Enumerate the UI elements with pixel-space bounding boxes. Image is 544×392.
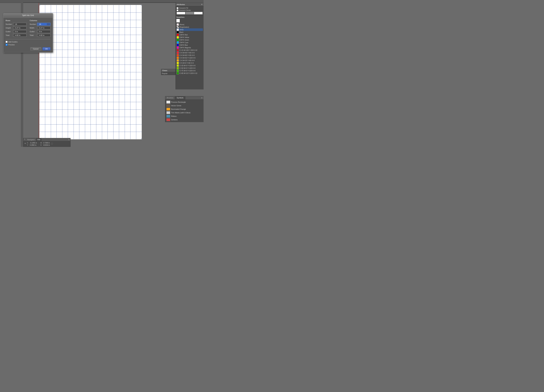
swatch-color-15 [177, 62, 179, 64]
rows-total-input[interactable]: ▲ ▼ [13, 34, 26, 37]
swatch-name-16: C=20 M=0 Y=100 K=0 [179, 65, 195, 66]
rows-number-input[interactable]: ▲ ▼ [13, 23, 26, 26]
brushes-tab[interactable]: Brushes [165, 96, 175, 99]
nav-y-label: Y: [27, 144, 29, 146]
swatch-color-10 [177, 49, 179, 51]
cols-width-input[interactable]: ▲ ▼ [37, 26, 50, 29]
rows-gutter-input[interactable]: ▲ ▼ [13, 30, 26, 33]
rows-height-input[interactable]: ▲ ▼ [13, 26, 26, 29]
swatch-row[interactable]: CMYK Magenta [176, 46, 203, 49]
swatch-row[interactable]: C=0 M=50 Y=100 K=0 [176, 57, 203, 59]
cols-gutter-up[interactable]: ▲ [37, 30, 39, 32]
symbol-row-0[interactable]: Process Rectangle [166, 100, 203, 104]
symbol-thumb-3 [166, 111, 170, 114]
add-guides-row: Add Guides [6, 41, 50, 43]
cols-number-down[interactable]: ▼ [37, 24, 39, 26]
stroke-swatch-2[interactable] [194, 12, 203, 14]
preview-label[interactable]: Preview [8, 44, 15, 46]
cols-total-up[interactable]: ▲ [37, 34, 39, 35]
rows-number-field[interactable] [15, 23, 24, 25]
rows-total-up[interactable]: ▲ [13, 34, 15, 35]
cols-total-input[interactable]: ▲ ▼ [37, 34, 50, 37]
overprint-stroke-label: Overprint Stroke [179, 9, 191, 11]
attributes-close-icon[interactable]: ✕ [201, 3, 203, 6]
swatch-row[interactable]: Black [176, 31, 203, 34]
symbol-row-1[interactable]: Vector Grime [166, 104, 203, 107]
swatch-row[interactable]: CMYK Yellow [176, 36, 203, 39]
add-guides-label[interactable]: Add Guides [8, 41, 18, 43]
cols-gutter-spinners[interactable]: ▲ ▼ [37, 30, 39, 33]
nav-options-icon[interactable]: ≡ [67, 138, 70, 141]
swatch-row[interactable]: CMYK Red [176, 34, 203, 36]
swatch-row[interactable]: C=0 M=35 Y=85 K=0 [176, 59, 203, 62]
cols-number-up[interactable]: ▲ [37, 23, 39, 24]
symbol-thumb-2 [166, 108, 170, 111]
rows-height-down[interactable]: ▼ [13, 28, 15, 29]
symbols-tab[interactable]: Symbols [175, 96, 185, 99]
navigator-tab[interactable]: Navigator [26, 138, 36, 141]
swatch-row[interactable]: C=85 M=10 Y=100 K=10 [176, 72, 203, 75]
rows-height-up[interactable]: ▲ [13, 26, 15, 28]
info-tab[interactable]: Info [36, 138, 41, 141]
swatch-row[interactable]: C=0 M=90 Y=85 K=0 [176, 52, 203, 54]
rows-number-spinners[interactable]: ▲ ▼ [13, 23, 15, 26]
rows-gutter-up[interactable]: ▲ [13, 30, 15, 32]
rows-total-field[interactable] [15, 34, 24, 36]
swatch-row[interactable]: [None] [176, 23, 203, 26]
rows-number-up[interactable]: ▲ [13, 23, 15, 24]
cols-gutter-input[interactable]: ▲ ▼ [37, 30, 50, 33]
add-guides-checkbox[interactable] [6, 41, 7, 43]
swatch-name-12: C=0 M=80 Y=95 K=0 [179, 54, 195, 56]
rows-gutter-field[interactable] [15, 31, 24, 33]
cols-total-field[interactable] [39, 34, 48, 36]
swatch-row[interactable]: [Registration] [176, 26, 203, 28]
swatch-row[interactable]: C=75 M=0 Y=100 K=0 [176, 69, 203, 72]
active-swatch-display[interactable] [176, 19, 180, 23]
swatch-color-6 [177, 39, 179, 41]
cols-number-field[interactable] [39, 23, 47, 25]
ok-button[interactable]: OK [42, 47, 50, 51]
overprint-fill-checkbox[interactable] [177, 7, 178, 9]
brushes-symbols-close[interactable]: ✕ [200, 96, 204, 99]
symbol-row-4[interactable]: Ribbon [166, 114, 203, 118]
swatch-row[interactable]: C=0 M=80 Y=95 K=0 [176, 54, 203, 57]
cols-total-down[interactable]: ▼ [37, 35, 39, 37]
rows-number-down[interactable]: ▼ [13, 24, 15, 26]
cols-total-spinners[interactable]: ▲ ▼ [37, 34, 39, 37]
swatch-row[interactable]: C=15 M=100 Y=90 K=10 [176, 49, 203, 52]
nav-h-row: H: 4.8154 in [40, 144, 50, 146]
cols-width-spinners[interactable]: ▲ ▼ [37, 26, 39, 29]
nav-close-x[interactable]: ✕ [24, 138, 26, 141]
rows-height-spinners[interactable]: ▲ ▼ [13, 26, 15, 29]
swatch-color-17 [177, 67, 179, 69]
symbol-row-5[interactable]: Gerbera [166, 118, 203, 122]
swatch-row[interactable]: C=20 M=0 Y=100 K=0 [176, 64, 203, 67]
swatch-row[interactable]: White [176, 28, 203, 31]
rows-gutter-spinners[interactable]: ▲ ▼ [13, 30, 15, 33]
cols-width-up[interactable]: ▲ [37, 26, 39, 28]
overprint-stroke-checkbox[interactable] [177, 9, 178, 11]
swatch-row[interactable]: CMYK Cyan [176, 41, 203, 44]
symbol-row-2[interactable]: Illuminated Orange [166, 107, 203, 111]
swatch-row[interactable]: CMYK Green [176, 39, 203, 41]
cols-number-spinners[interactable]: ▲ ▼ [37, 23, 39, 26]
cols-gutter-field[interactable] [39, 31, 48, 33]
preview-checkbox[interactable] [6, 44, 7, 46]
cols-gutter-down[interactable]: ▼ [37, 32, 39, 33]
swatch-row[interactable]: C=50 M=0 Y=100 K=0 [176, 67, 203, 69]
stroke-swatch-1[interactable] [186, 12, 194, 14]
rows-total-spinners[interactable]: ▲ ▼ [13, 34, 15, 37]
rows-height-field[interactable] [15, 27, 24, 29]
cols-number-label: Number: [30, 23, 37, 25]
symbol-row-3[interactable]: Trim Marks (with 9-Slice) [166, 111, 203, 114]
cols-width-field[interactable] [39, 27, 48, 29]
fill-swatch[interactable] [177, 12, 185, 14]
nav-x-value: -0.1455 in [30, 142, 37, 144]
cols-width-down[interactable]: ▼ [37, 28, 39, 29]
cancel-button[interactable]: Cancel [30, 47, 41, 51]
rows-total-down[interactable]: ▼ [13, 35, 15, 37]
rows-gutter-down[interactable]: ▼ [13, 32, 15, 33]
cols-number-input[interactable]: ▲ ▼ [37, 23, 50, 26]
swatch-row[interactable]: C=5 M=0 Y=90 K=0 [176, 62, 203, 64]
swatch-row[interactable]: CMYK Blue [176, 44, 203, 46]
